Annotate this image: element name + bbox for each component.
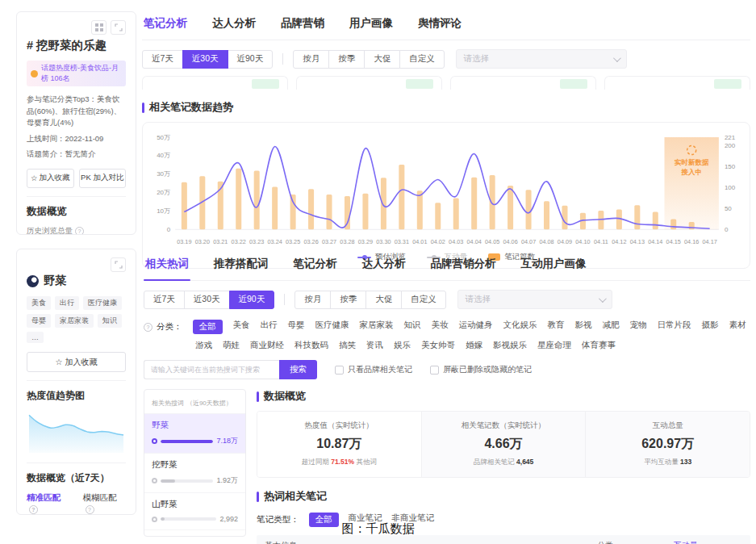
tab-item[interactable]: 互动用户画像 [520, 257, 588, 280]
tab-item[interactable]: 相关热词 [144, 257, 190, 280]
grid-icon[interactable] [91, 20, 107, 35]
category-chip[interactable]: 日常片段 [658, 320, 691, 334]
checkbox-icon[interactable] [335, 366, 344, 375]
category-chip[interactable]: 母婴 [288, 320, 305, 334]
date-select-dropdown[interactable]: 请选择 [456, 49, 627, 69]
period-filter-button[interactable]: 自定义 [399, 50, 445, 69]
period-filter-button[interactable]: 按季 [330, 291, 366, 309]
expand-icon[interactable] [111, 257, 126, 272]
period-filter-button[interactable]: 按季 [328, 50, 365, 69]
info-icon[interactable] [144, 323, 152, 332]
category-chip[interactable]: 减肥 [603, 320, 620, 334]
tab-item[interactable]: 笔记分析 [142, 16, 189, 40]
svg-text:03.31: 03.31 [395, 238, 409, 245]
tab-item[interactable]: 笔记分析 [292, 257, 339, 280]
keyword-tag[interactable]: 出行 [55, 296, 79, 310]
keyword-tag[interactable]: 医疗健康 [83, 296, 122, 310]
category-chip[interactable]: 知识 [404, 320, 421, 334]
add-favorite-button[interactable]: ☆ 加入收藏 [27, 169, 74, 188]
period-filter-button[interactable]: 大促 [365, 291, 402, 309]
period-filter-button[interactable]: 按月 [294, 291, 331, 309]
category-chip[interactable]: 文化娱乐 [503, 320, 537, 334]
range-filter-button[interactable]: 近7天 [142, 50, 183, 69]
category-chip[interactable]: 影视娱乐 [493, 340, 527, 351]
category-chip[interactable]: 美食 [233, 320, 250, 334]
period-filter-button[interactable]: 按月 [293, 50, 329, 69]
trend-chart[interactable]: 实时新数据接入中010万20万30万40万50万0501001502002210… [146, 129, 746, 250]
match-mode-tab[interactable]: 模糊匹配 [83, 492, 127, 515]
hide-deleted-checkbox[interactable]: 屏蔽已删除或隐藏的笔记 [430, 364, 532, 375]
topic-rank-badge[interactable]: 话题热度榜-美食饮品-月榜 106名 [27, 61, 126, 86]
category-chip[interactable]: 星座命理 [537, 340, 571, 351]
category-chip[interactable]: 商业财经 [250, 340, 284, 351]
keyword-tag[interactable]: 美食 [27, 296, 51, 310]
growth-badge [714, 79, 741, 89]
category-chip[interactable]: 素材 [729, 320, 746, 334]
hotword-item[interactable]: 挖野菜 1.92万 [144, 453, 245, 492]
keyword-tag[interactable]: 母婴 [27, 314, 51, 328]
keyword-tag[interactable]: … [27, 332, 44, 343]
category-chip[interactable]: 美妆 [432, 320, 449, 334]
category-chip[interactable]: 搞笑 [339, 340, 356, 351]
category-chip[interactable]: 影视 [575, 320, 592, 334]
category-chip[interactable]: 娱乐 [394, 340, 411, 351]
tab-item[interactable]: 舆情评论 [416, 16, 463, 40]
tab-item[interactable]: 品牌营销 [279, 16, 326, 40]
period-filter-button[interactable]: 大促 [364, 50, 400, 69]
category-chip[interactable]: 游戏 [195, 340, 212, 351]
category-chip[interactable]: 科技数码 [294, 340, 328, 351]
keyword-main-area: 相关热词推荐搭配词笔记分析达人分析品牌营销分析互动用户画像 近7天近30天近90… [144, 257, 750, 544]
svg-text:03.20: 03.20 [195, 238, 210, 245]
overview-card: 相关笔记数（实时统计） 4.66万 品牌相关笔记 4,645 [421, 412, 586, 477]
date-select-dropdown[interactable]: 请选择 [457, 290, 612, 309]
category-chip[interactable]: 体育赛事 [582, 340, 616, 351]
search-button[interactable]: 搜索 [279, 360, 317, 379]
info-icon[interactable] [75, 227, 84, 235]
svg-text:04.08: 04.08 [539, 238, 553, 245]
category-chip[interactable]: 医疗健康 [315, 320, 349, 334]
overview-card: 热度值（实时统计） 10.87万 超过同期 71.51% 其他词 [257, 412, 421, 477]
category-chip[interactable]: 美女帅哥 [421, 340, 455, 351]
range-filter-button[interactable]: 近90天 [229, 291, 275, 309]
hotword-item[interactable]: 野菜 7.18万 [144, 413, 245, 453]
tab-item[interactable]: 用户画像 [348, 16, 395, 40]
overview-card: 互动总量 620.97万 平均互动量 133 [585, 412, 750, 477]
brand-notes-checkbox[interactable]: 只看品牌相关笔记 [335, 364, 412, 375]
category-chip[interactable]: 宠物 [630, 320, 647, 334]
category-chip[interactable]: 摄影 [702, 320, 719, 334]
svg-text:50: 50 [725, 205, 732, 212]
category-chip[interactable]: 萌娃 [223, 340, 240, 351]
keyword-tag[interactable]: 家居家装 [55, 314, 94, 328]
svg-text:04.16: 04.16 [684, 238, 699, 245]
col-interaction-sort[interactable]: 互动量 [674, 540, 750, 544]
range-filter-button[interactable]: 近90天 [228, 50, 274, 69]
pk-compare-button[interactable]: PK 加入对比 [79, 169, 127, 188]
section-bar [257, 492, 259, 502]
range-filter-button[interactable]: 近7天 [144, 291, 185, 309]
category-chip[interactable]: 全部 [193, 320, 223, 334]
search-input[interactable] [144, 360, 279, 379]
match-mode-tab[interactable]: 精准匹配 [27, 492, 70, 515]
tab-item[interactable]: 品牌营销分析 [429, 257, 498, 280]
period-filter-button[interactable]: 自定义 [401, 291, 446, 309]
category-chip[interactable]: 家居家装 [360, 320, 394, 334]
expand-icon[interactable] [111, 20, 126, 35]
info-icon[interactable] [86, 505, 94, 514]
range-filter-button[interactable]: 近30天 [182, 50, 228, 69]
keyword-tag[interactable]: 知识 [98, 314, 122, 328]
category-chip[interactable]: 运动健身 [459, 320, 493, 334]
tab-item[interactable]: 达人分析 [211, 16, 257, 40]
range-filter-button[interactable]: 近30天 [184, 291, 230, 309]
category-chip[interactable]: 教育 [548, 320, 565, 334]
growth-badge [406, 79, 433, 89]
checkbox-icon[interactable] [430, 366, 439, 375]
svg-text:04.13: 04.13 [630, 238, 645, 245]
add-favorite-button[interactable]: ☆ 加入收藏 [27, 352, 126, 372]
category-chip[interactable]: 婚嫁 [466, 340, 482, 351]
tab-item[interactable]: 推荐搭配词 [212, 257, 270, 280]
info-icon[interactable] [29, 505, 38, 514]
svg-text:04.05: 04.05 [485, 238, 499, 245]
category-chip[interactable]: 出行 [261, 320, 278, 334]
category-chip[interactable]: 资讯 [366, 340, 383, 351]
tab-item[interactable]: 达人分析 [361, 257, 407, 280]
